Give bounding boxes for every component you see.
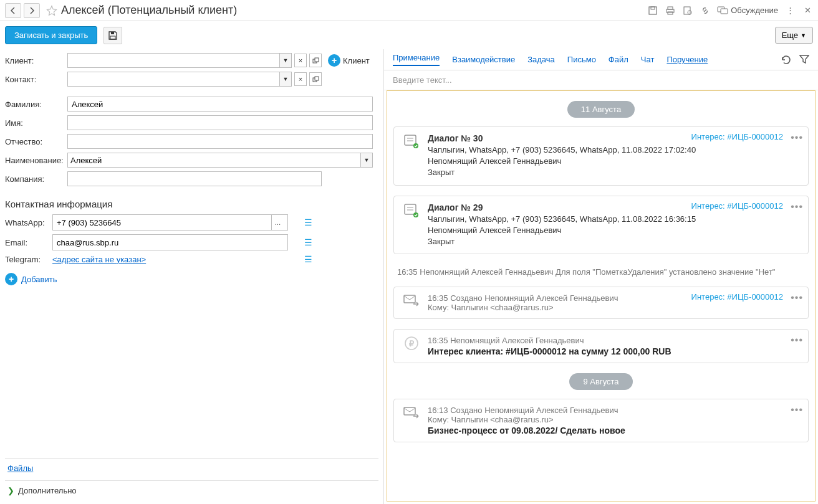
card-to: Кому: Чаплыгин <chaa@rarus.ru> bbox=[428, 415, 799, 424]
card-menu-icon[interactable]: ••• bbox=[791, 201, 803, 212]
card-interest[interactable]: ••• ₽ 16:35 Непомнящий Алексей Геннадьев… bbox=[393, 329, 809, 363]
telegram-menu-icon[interactable] bbox=[304, 254, 314, 264]
window-title: Алексей (Потенциальный клиент) bbox=[61, 4, 647, 17]
tab-file[interactable]: Файл bbox=[609, 55, 628, 64]
save-and-close-button[interactable]: Записать и закрыть bbox=[5, 26, 97, 44]
favorite-star-icon[interactable] bbox=[45, 4, 59, 17]
interest-link[interactable]: Интерес: #ИЦБ-0000012 bbox=[691, 132, 783, 141]
tab-note[interactable]: Примечание bbox=[393, 53, 440, 66]
whatsapp-menu-icon[interactable] bbox=[304, 217, 314, 227]
dialog-icon bbox=[403, 202, 420, 219]
company-input[interactable] bbox=[67, 171, 322, 186]
surname-label: Фамилия: bbox=[5, 100, 67, 109]
email-input[interactable] bbox=[57, 235, 284, 250]
contact-input[interactable] bbox=[67, 72, 279, 87]
interest-link[interactable]: Интерес: #ИЦБ-0000012 bbox=[691, 292, 783, 302]
client-input[interactable] bbox=[67, 53, 279, 68]
add-contact-button[interactable]: + Добавить bbox=[5, 273, 378, 285]
plus-icon: + bbox=[5, 273, 17, 285]
filter-icon[interactable] bbox=[799, 54, 809, 65]
svg-rect-26 bbox=[404, 407, 415, 415]
chevron-right-icon: ❯ bbox=[7, 486, 14, 495]
interest-link[interactable]: Интерес: #ИЦБ-0000012 bbox=[691, 201, 783, 211]
card-dialog-29[interactable]: Интерес: #ИЦБ-0000012 ••• Диалог № 29 Ча… bbox=[393, 196, 809, 255]
patronymic-input[interactable] bbox=[67, 134, 373, 149]
log-entry: 16:35 Непомнящий Алексей Геннадьевич Для… bbox=[393, 264, 809, 287]
card-status: Закрыт bbox=[428, 236, 799, 247]
svg-text:₽: ₽ bbox=[409, 339, 415, 348]
telegram-link[interactable]: <адрес сайта не указан> bbox=[52, 255, 288, 264]
discuss-button[interactable]: Обсуждение bbox=[717, 6, 778, 16]
tab-errand[interactable]: Поручение bbox=[666, 55, 708, 64]
close-icon[interactable]: ✕ bbox=[802, 5, 813, 16]
svg-rect-14 bbox=[315, 77, 319, 80]
save-button[interactable] bbox=[103, 27, 122, 44]
expand-additional[interactable]: ❯ Дополнительно bbox=[5, 481, 378, 500]
mail-out-icon bbox=[403, 406, 420, 419]
preview-icon[interactable] bbox=[682, 5, 693, 16]
card-bold: Интерес клиента: #ИЦБ-0000012 на сумму 1… bbox=[428, 346, 799, 356]
kebab-menu-icon[interactable]: ⋮ bbox=[784, 5, 796, 16]
date-badge: 11 Августа bbox=[567, 101, 635, 118]
tab-letter[interactable]: Письмо bbox=[567, 55, 596, 64]
contact-open-button[interactable] bbox=[309, 72, 322, 86]
name-label: Имя: bbox=[5, 118, 67, 128]
company-label: Компания: bbox=[5, 174, 67, 184]
svg-rect-12 bbox=[315, 58, 319, 62]
client-dropdown-button[interactable]: ▼ bbox=[279, 53, 292, 68]
display-input[interactable] bbox=[67, 153, 360, 168]
whatsapp-input[interactable] bbox=[57, 215, 271, 230]
discuss-label: Обсуждение bbox=[731, 6, 778, 15]
svg-rect-15 bbox=[405, 135, 416, 145]
plus-icon: + bbox=[328, 54, 340, 67]
more-button[interactable]: Еще▼ bbox=[775, 27, 813, 44]
add-client-button[interactable]: + Клиент bbox=[328, 54, 370, 67]
print-icon[interactable] bbox=[665, 5, 676, 16]
card-menu-icon[interactable]: ••• bbox=[791, 132, 803, 143]
client-open-button[interactable] bbox=[309, 54, 322, 67]
nav-forward-button[interactable] bbox=[24, 3, 40, 18]
email-menu-icon[interactable] bbox=[304, 237, 314, 247]
contact-dropdown-button[interactable]: ▼ bbox=[279, 72, 292, 87]
more-label: Еще bbox=[782, 31, 798, 40]
files-link[interactable]: Файлы bbox=[5, 459, 378, 478]
note-text-input[interactable]: Введите текст... bbox=[384, 70, 818, 90]
card-email-1[interactable]: Интерес: #ИЦБ-0000012 ••• 16:35 Создано … bbox=[393, 287, 809, 319]
client-clear-button[interactable]: × bbox=[294, 54, 307, 67]
expand-label: Дополнительно bbox=[18, 486, 77, 495]
contact-info-title: Контактная информация bbox=[5, 199, 378, 209]
add-client-label: Клиент bbox=[343, 56, 370, 65]
whatsapp-label: WhatsApp: bbox=[5, 218, 49, 227]
refresh-icon[interactable] bbox=[781, 54, 792, 65]
contact-clear-button[interactable]: × bbox=[294, 72, 307, 86]
link-icon[interactable] bbox=[700, 5, 711, 16]
display-dropdown-button[interactable]: ▼ bbox=[360, 153, 373, 168]
card-menu-icon[interactable]: ••• bbox=[791, 404, 803, 416]
nav-back-button[interactable] bbox=[5, 3, 21, 18]
card-detail: Чаплыгин, WhatsApp, +7 (903) 5236645, Wh… bbox=[428, 145, 799, 156]
ruble-icon: ₽ bbox=[403, 336, 420, 351]
mail-out-icon bbox=[403, 293, 420, 307]
svg-rect-0 bbox=[649, 7, 657, 14]
card-author: Непомнящий Алексей Геннадьевич bbox=[428, 156, 799, 167]
surname-input[interactable] bbox=[67, 97, 373, 112]
tab-chat[interactable]: Чат bbox=[641, 55, 655, 64]
card-to: Кому: Чаплыгин <chaa@rarus.ru> bbox=[428, 303, 799, 312]
svg-rect-9 bbox=[111, 32, 114, 34]
card-email-2[interactable]: ••• 16:13 Создано Непомнящий Алексей Ген… bbox=[393, 399, 809, 442]
tab-task[interactable]: Задача bbox=[527, 55, 555, 64]
svg-rect-8 bbox=[721, 9, 728, 14]
svg-rect-10 bbox=[110, 36, 115, 39]
card-menu-icon[interactable]: ••• bbox=[791, 292, 803, 303]
display-label: Наименование: bbox=[5, 156, 67, 165]
svg-rect-19 bbox=[405, 204, 416, 214]
whatsapp-options-button[interactable]: … bbox=[271, 215, 284, 230]
date-badge: 9 Августа bbox=[569, 373, 632, 390]
name-input[interactable] bbox=[67, 115, 373, 130]
card-menu-icon[interactable]: ••• bbox=[791, 335, 803, 346]
save-icon[interactable] bbox=[647, 5, 658, 16]
card-dialog-30[interactable]: Интерес: #ИЦБ-0000012 ••• Диалог № 30 Ча… bbox=[393, 126, 809, 186]
tab-interaction[interactable]: Взаимодействие bbox=[452, 55, 515, 64]
card-status: Закрыт bbox=[428, 167, 799, 178]
card-meta: 16:13 Создано Непомнящий Алексей Геннадь… bbox=[428, 406, 799, 415]
